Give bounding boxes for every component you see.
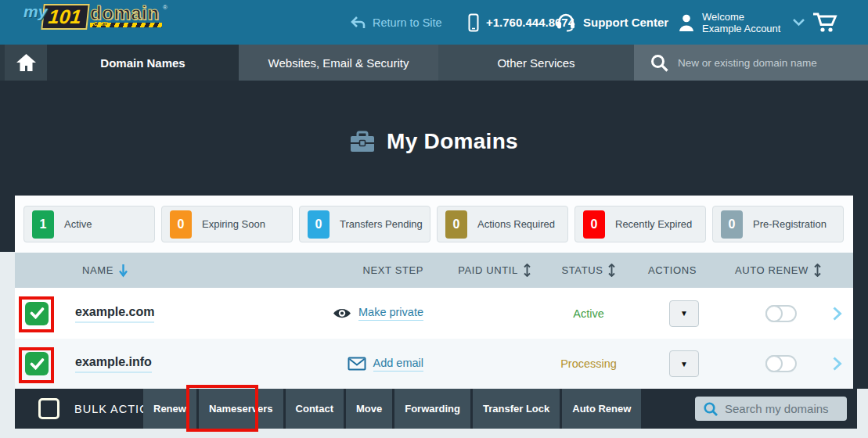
actions-dropdown-button[interactable]: ▼ <box>669 350 699 377</box>
column-actions-label: ACTIONS <box>648 264 697 276</box>
row-expand-chevron[interactable] <box>832 357 842 372</box>
top-bar: my 101 domain .com ® Return to Site +1.7… <box>0 0 868 45</box>
card-expiring-count: 0 <box>170 210 192 239</box>
card-prereg-label: Pre-Registration <box>753 218 827 230</box>
return-to-site-link[interactable]: Return to Site <box>351 0 442 45</box>
auto-renew-button[interactable]: Auto Renew <box>562 389 641 429</box>
auto-renew-toggle-off[interactable] <box>765 355 797 372</box>
main-nav: Domain Names Websites, Email & Security … <box>0 45 868 81</box>
nameservers-button[interactable]: Nameservers <box>199 389 283 429</box>
user-icon <box>678 13 695 31</box>
sort-updown-icon[interactable] <box>608 264 615 277</box>
card-expiring-soon[interactable]: 0 Expiring Soon <box>161 206 293 242</box>
renew-button[interactable]: Renew <box>143 389 196 429</box>
welcome-text: Welcome Example Account <box>702 11 780 34</box>
move-button[interactable]: Move <box>346 389 392 429</box>
sort-updown-icon[interactable] <box>814 264 821 277</box>
eye-icon <box>333 307 351 320</box>
make-private-link[interactable]: Make private <box>358 306 423 321</box>
logo-stripes: .com <box>90 23 162 27</box>
status-badge: Active <box>573 307 604 320</box>
welcome-line2: Example Account <box>702 23 780 34</box>
domain-search-input[interactable] <box>678 57 858 69</box>
return-to-site-label: Return to Site <box>373 16 442 29</box>
status-badge: Processing <box>560 357 617 370</box>
card-active[interactable]: 1 Active <box>23 206 155 242</box>
card-active-label: Active <box>64 218 92 230</box>
bulk-buttons-group: Renew Nameservers Contact Move Forwardin… <box>143 389 641 429</box>
cart-button[interactable] <box>812 0 837 45</box>
domain-link[interactable]: example.info <box>75 355 152 373</box>
column-paid-until-label: PAID UNTIL <box>458 264 518 276</box>
headset-icon <box>556 13 576 32</box>
actions-dropdown-button[interactable]: ▼ <box>669 300 699 327</box>
card-expiring-label: Expiring Soon <box>202 218 265 230</box>
card-active-count: 1 <box>32 210 54 239</box>
tab-other-services[interactable]: Other Services <box>438 45 634 81</box>
tab-other-services-label: Other Services <box>497 56 574 70</box>
dropdown-triangle-icon: ▼ <box>680 360 688 368</box>
card-recently-expired[interactable]: 0 Recently Expired <box>574 206 706 242</box>
sort-down-icon[interactable] <box>119 264 128 278</box>
search-icon <box>650 53 669 73</box>
column-auto-renew[interactable]: AUTO RENEW <box>719 253 837 288</box>
column-name-label: NAME <box>82 264 113 276</box>
card-transfers-label: Transfers Pending <box>340 218 423 230</box>
site-logo[interactable]: my 101 domain .com ® <box>23 4 167 30</box>
table-row: example.info Add email Processing ▼ <box>15 339 853 389</box>
table-header: NAME NEXT STEP PAID UNTIL STATUS ACTIONS… <box>15 253 853 288</box>
my-domains-search-input[interactable] <box>725 402 838 415</box>
card-actions-required[interactable]: 0 Actions Required <box>437 206 568 242</box>
auto-renew-toggle-off[interactable] <box>765 305 797 322</box>
bulk-select-checkbox[interactable] <box>38 398 59 419</box>
next-step-cell: Make private <box>250 288 423 339</box>
my-domains-search-box <box>695 397 847 421</box>
row-checkbox-checked[interactable] <box>25 352 49 375</box>
logo-101-text: 101 <box>41 4 90 30</box>
status-cell: Active <box>531 288 646 339</box>
column-next-step: NEXT STEP <box>250 253 423 288</box>
contact-button[interactable]: Contact <box>286 389 344 429</box>
home-icon <box>16 53 37 72</box>
table-row: example.com Make private Active ▼ <box>15 288 853 339</box>
domain-search-box <box>634 45 868 81</box>
toggle-knob <box>765 305 783 322</box>
column-auto-renew-label: AUTO RENEW <box>735 264 809 276</box>
welcome-line1: Welcome <box>702 11 780 23</box>
row-checkbox-checked[interactable] <box>25 302 49 325</box>
dropdown-triangle-icon: ▼ <box>680 309 688 318</box>
transfer-lock-button[interactable]: Transfer Lock <box>473 389 560 429</box>
tab-domain-names-label: Domain Names <box>100 56 185 70</box>
home-tab[interactable] <box>5 45 47 81</box>
row-expand-chevron[interactable] <box>832 306 842 321</box>
envelope-icon <box>348 357 366 371</box>
background-strip <box>853 252 868 389</box>
tab-websites-label: Websites, Email & Security <box>268 56 409 70</box>
card-transfers-pending[interactable]: 0 Transfers Pending <box>299 206 430 242</box>
add-email-link[interactable]: Add email <box>373 357 423 372</box>
chevron-down-icon <box>792 18 805 27</box>
support-center-label: Support Center <box>583 16 668 29</box>
forwarding-button[interactable]: Forwarding <box>394 389 470 429</box>
support-center-link[interactable]: Support Center <box>556 0 668 45</box>
domain-link[interactable]: example.com <box>75 304 154 322</box>
card-expired-count: 0 <box>583 210 605 239</box>
return-arrow-icon <box>351 16 366 30</box>
column-status-label: STATUS <box>562 264 603 276</box>
card-pre-registration[interactable]: 0 Pre-Registration <box>712 206 844 242</box>
column-name[interactable]: NAME <box>82 253 128 288</box>
card-actions-count: 0 <box>445 210 467 239</box>
checkmark-icon <box>30 307 45 319</box>
account-menu[interactable]: Welcome Example Account <box>678 0 805 45</box>
card-transfers-count: 0 <box>308 210 330 239</box>
tab-websites-email-security[interactable]: Websites, Email & Security <box>239 45 438 81</box>
next-step-cell: Add email <box>250 339 423 389</box>
logo-registered-mark: ® <box>163 4 167 11</box>
mobile-phone-icon <box>468 13 479 32</box>
column-next-step-label: NEXT STEP <box>363 264 423 276</box>
column-actions: ACTIONS <box>625 253 719 288</box>
search-icon <box>703 401 719 417</box>
card-actions-label: Actions Required <box>477 218 555 230</box>
sort-updown-icon[interactable] <box>524 264 531 277</box>
tab-domain-names[interactable]: Domain Names <box>47 45 239 81</box>
